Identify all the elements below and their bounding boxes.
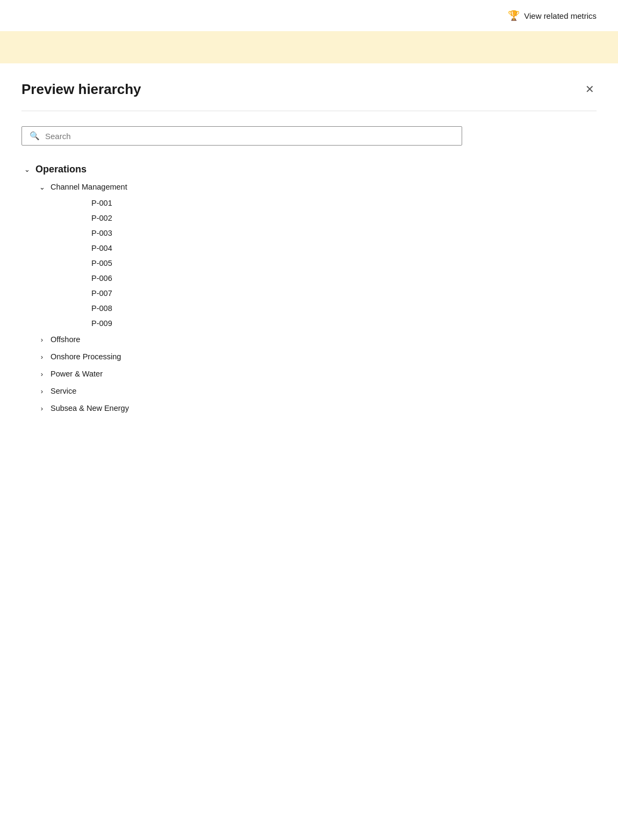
tree-item-service[interactable]: › Service — [21, 382, 597, 400]
chevron-down-icon: ⌄ — [21, 164, 32, 175]
item-label: P-002 — [91, 214, 112, 222]
list-item[interactable]: P-008 — [21, 301, 597, 316]
divider — [21, 111, 597, 111]
yellow-banner — [0, 31, 618, 63]
close-icon: ✕ — [585, 83, 594, 96]
tree-item-onshore-processing[interactable]: › Onshore Processing — [21, 348, 597, 365]
tree-item-offshore[interactable]: › Offshore — [21, 331, 597, 348]
chevron-right-icon: › — [37, 403, 47, 414]
view-metrics-button[interactable]: 🏆 View related metrics — [508, 10, 597, 21]
preview-hierarchy-panel: Preview hierarchy ✕ 🔍 ⌄ Operations ⌄ Cha… — [0, 63, 618, 762]
list-item[interactable]: P-005 — [21, 256, 597, 271]
channel-management-label: Channel Management — [51, 183, 127, 191]
item-label: P-006 — [91, 274, 112, 283]
offshore-label: Offshore — [51, 335, 80, 344]
service-label: Service — [51, 387, 76, 395]
chevron-down-icon: ⌄ — [37, 182, 47, 192]
list-item[interactable]: P-006 — [21, 271, 597, 286]
item-label: P-004 — [91, 244, 112, 252]
search-box[interactable]: 🔍 — [21, 126, 462, 146]
panel-title: Preview hierarchy — [21, 81, 141, 98]
hierarchy-tree: ⌄ Operations ⌄ Channel Management P-001 … — [21, 161, 597, 417]
search-input[interactable] — [45, 132, 454, 141]
view-metrics-label: View related metrics — [524, 11, 597, 20]
chevron-right-icon: › — [37, 351, 47, 362]
list-item[interactable]: P-009 — [21, 316, 597, 331]
chevron-right-icon: › — [37, 386, 47, 396]
list-item[interactable]: P-002 — [21, 211, 597, 226]
chevron-right-icon: › — [37, 368, 47, 379]
tree-item-channel-management[interactable]: ⌄ Channel Management — [21, 178, 597, 195]
list-item[interactable]: P-007 — [21, 286, 597, 301]
search-icon: 🔍 — [30, 131, 40, 141]
power-water-label: Power & Water — [51, 370, 103, 378]
tree-item-operations[interactable]: ⌄ Operations — [21, 161, 597, 178]
item-label: P-009 — [91, 319, 112, 328]
item-label: P-005 — [91, 259, 112, 267]
onshore-processing-label: Onshore Processing — [51, 352, 121, 361]
operations-label: Operations — [35, 164, 87, 175]
item-label: P-001 — [91, 199, 112, 207]
item-label: P-003 — [91, 229, 112, 237]
list-item[interactable]: P-001 — [21, 195, 597, 211]
subsea-new-energy-label: Subsea & New Energy — [51, 404, 129, 412]
item-label: P-008 — [91, 304, 112, 313]
list-item[interactable]: P-004 — [21, 241, 597, 256]
list-item[interactable]: P-003 — [21, 226, 597, 241]
close-button[interactable]: ✕ — [583, 81, 597, 98]
tree-item-power-water[interactable]: › Power & Water — [21, 365, 597, 382]
chevron-right-icon: › — [37, 334, 47, 345]
item-label: P-007 — [91, 289, 112, 298]
tree-item-subsea-new-energy[interactable]: › Subsea & New Energy — [21, 400, 597, 417]
panel-header: Preview hierarchy ✕ — [21, 81, 597, 98]
trophy-icon: 🏆 — [508, 10, 520, 21]
top-bar: 🏆 View related metrics — [0, 0, 618, 31]
